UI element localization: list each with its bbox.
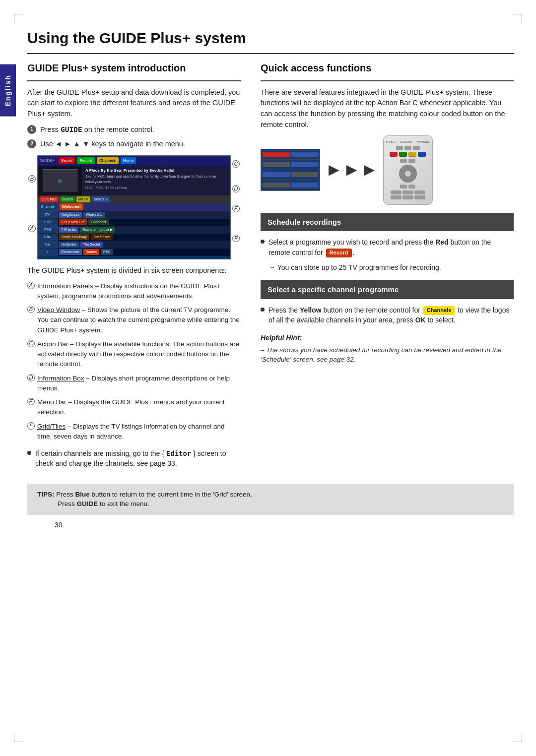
component-d-text: Information Box – Displays short program… <box>37 374 241 394</box>
component-f: F Grid/Tiles – Displays the TV listings … <box>27 422 241 442</box>
callout-c: C <box>232 158 240 169</box>
tips-label: TIPS: <box>37 491 55 498</box>
remote-misc-btn-2[interactable] <box>404 146 411 150</box>
section-divider-right <box>261 80 514 81</box>
remote-color-buttons <box>390 152 426 157</box>
channel-bullet-text: Press the Yellow button on the remote co… <box>268 305 514 325</box>
component-a-label: Information Panels <box>37 282 93 290</box>
remote-green-button[interactable] <box>399 152 407 157</box>
guide-mini-row-3 <box>261 170 320 181</box>
component-d: D Information Box – Displays short progr… <box>27 374 241 394</box>
remote-control-device: TUNER SOURCE TV/VIDEO <box>383 135 433 205</box>
remote-label-tuner: TUNER <box>386 140 396 144</box>
guide-pill-home: Home <box>121 157 136 164</box>
guide-header: GUIDE+ Secret Record Channels Home <box>38 156 230 166</box>
remote-illustration: ►►► TUNER SOURCE TV/VIDEO <box>261 135 514 205</box>
guide-mini-screen <box>261 149 320 191</box>
step-2-text: Use ◄ ► ▲ ▼ keys to navigate in the menu… <box>40 139 185 149</box>
remote-red-button[interactable] <box>390 152 398 157</box>
component-c: C Action Bar – Displays the available fu… <box>27 339 241 370</box>
remote-misc-btn-3[interactable] <box>413 146 420 150</box>
big-arrow-icon: ►►► <box>325 157 378 183</box>
component-d-label: Information Box <box>37 375 84 382</box>
remote-num-2[interactable] <box>402 190 413 194</box>
missing-channels-item: If certain channels are missing, go to t… <box>27 448 241 469</box>
guide-mini-cell-4 <box>291 162 319 167</box>
callout-d: D <box>232 183 240 193</box>
page-number: 30 <box>55 520 514 530</box>
remote-num-3[interactable] <box>414 190 425 194</box>
step-number-2: 2 <box>27 139 36 148</box>
component-e-text: Menu Bar – Displays the GUIDE Plus+ menu… <box>37 397 241 418</box>
remote-ok-btn[interactable] <box>405 171 411 177</box>
step-1-text: Press GUIDE on the remote control. <box>40 125 154 135</box>
helpful-hint: Helpful Hint: – The shows you have sched… <box>261 333 514 364</box>
component-a: A Information Panels – Display instructi… <box>27 281 241 302</box>
remote-dpad[interactable] <box>399 165 417 183</box>
remote-num-6[interactable] <box>414 195 425 199</box>
remote-top-buttons <box>396 146 420 150</box>
quick-access-intro: There are several features integrated in… <box>261 87 514 130</box>
guide-row-6: 4 Emmerdale Names P&C <box>38 249 230 256</box>
channel-bullet-dot <box>261 308 265 312</box>
remote-label-row: TUNER SOURCE TV/VIDEO <box>386 140 430 144</box>
component-f-text: Grid/Tiles – Displays the TV listings in… <box>37 422 241 442</box>
schedule-arrow-text: You can store up to 25 TV programmes for… <box>261 262 514 272</box>
schedule-bullet-1: Select a programme you wish to record an… <box>261 237 514 257</box>
helpful-hint-body: – The shows you have scheduled for recor… <box>261 345 514 365</box>
component-a-text: Information Panels – Display instruction… <box>37 281 241 302</box>
left-column: GUIDE Plus+ system introduction After th… <box>27 61 241 474</box>
channel-bullets: Press the Yellow button on the remote co… <box>261 305 514 325</box>
guide-mini-row-2 <box>261 160 320 170</box>
guide-info-area: 📺 A Place By the Sea: Presented by Seeth… <box>38 166 230 195</box>
remote-num-5[interactable] <box>402 195 413 199</box>
system-description: The GUIDE Plus+ system is divided in six… <box>27 265 241 276</box>
channels-button-pill: Channels <box>423 306 455 315</box>
component-f-label: Grid/Tiles <box>37 423 66 430</box>
guide-row-1: ITV Neighbours Weakest... <box>38 211 230 219</box>
remote-nav-buttons <box>400 159 415 163</box>
remote-bottom-buttons <box>400 185 415 189</box>
remote-misc-btn-4[interactable] <box>400 185 407 189</box>
schedule-bullets: Select a programme you wish to record an… <box>261 237 514 257</box>
remote-yellow-button[interactable] <box>408 152 416 157</box>
left-section-title: GUIDE Plus+ system introduction <box>27 61 241 75</box>
callout-f: F <box>232 232 240 243</box>
callout-e: E <box>232 202 240 213</box>
guide-mini-cell-6 <box>291 172 319 177</box>
bullet-dot <box>27 451 31 455</box>
remote-misc-btn-1[interactable] <box>396 146 403 150</box>
remote-blue-button[interactable] <box>418 152 426 157</box>
guide-row-5: five Hollyoaks The Secret <box>38 241 230 249</box>
tips-text-1: Press Blue button to return to the curre… <box>56 491 252 498</box>
two-column-layout: GUIDE Plus+ system introduction After th… <box>27 61 514 474</box>
guide-mini-cell-1 <box>263 152 290 157</box>
guide-mini-row-4 <box>261 180 320 190</box>
remote-num-1[interactable] <box>391 190 402 194</box>
remote-misc-btn-5[interactable] <box>408 185 415 189</box>
schedule-bullet-dot <box>261 240 265 244</box>
page-title: Using the GUIDE Plus+ system <box>27 27 514 54</box>
remote-number-grid <box>391 190 425 199</box>
guide-nav-grid: Grid/Tiles <box>40 196 59 202</box>
guide-mini-row-1 <box>261 149 320 160</box>
callout-a: A <box>28 222 36 233</box>
guide-pill-yellow: Channels <box>97 157 119 164</box>
tips-text-2: Press GUIDE to exit the menu. <box>58 500 149 507</box>
remote-num-4[interactable] <box>391 195 402 199</box>
steps-list: 1 Press GUIDE on the remote control. 2 U… <box>27 125 241 149</box>
remote-info-btn[interactable] <box>408 159 415 163</box>
corner-mark-br <box>513 733 522 742</box>
guide-nav-bar: Grid/Tiles Search My TV Schedule <box>38 195 230 203</box>
guide-mini-cell-2 <box>291 152 319 157</box>
right-column: Quick access functions There are several… <box>261 61 514 474</box>
guide-row-3: ITV2 4 Friends Room to Improve ▶ <box>38 226 230 234</box>
component-b: B Video Window – Shows the picture of th… <box>27 305 241 335</box>
guide-info-text: A Place By the Sea: Presented by Seetha … <box>82 166 230 195</box>
remote-guide-btn[interactable] <box>400 159 407 163</box>
callout-b: B <box>28 173 36 184</box>
step-1: 1 Press GUIDE on the remote control. <box>27 125 241 135</box>
guide-pill-secret: Secret <box>59 157 75 164</box>
section-divider-left <box>27 80 241 81</box>
component-c-text: Action Bar – Displays the available func… <box>37 339 241 370</box>
